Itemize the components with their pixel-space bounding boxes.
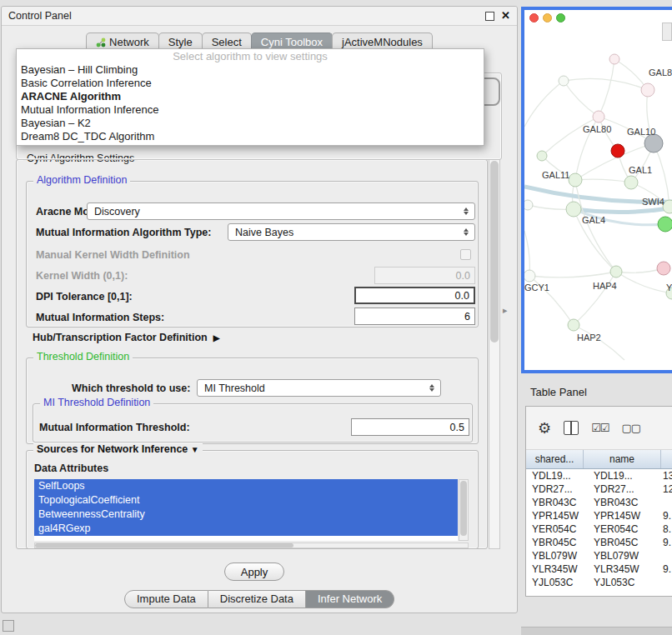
network-node-gal8[interactable] — [641, 83, 654, 97]
minimize-window-icon[interactable] — [543, 13, 552, 22]
node-label: GAL80 — [583, 124, 611, 134]
table-cell: YLR345W — [526, 562, 584, 576]
attributes-hscrollbar[interactable] — [34, 542, 469, 548]
attribute-item[interactable]: TopologicalCoefficient — [34, 493, 458, 508]
column-header-shared[interactable]: shared... — [526, 450, 584, 468]
network-node[interactable] — [657, 262, 670, 275]
settings-scrollbar[interactable] — [489, 159, 500, 549]
table-cell: YBL079W — [584, 549, 661, 562]
tab-label: Style — [168, 36, 193, 48]
network-node-gal11[interactable] — [569, 173, 582, 187]
columns-icon[interactable] — [564, 421, 579, 435]
network-edge — [574, 325, 624, 360]
table-row[interactable]: YPR145WYPR145W9. — [526, 509, 672, 522]
table-cell: 9. — [661, 536, 672, 549]
algorithm-option[interactable]: Dream8 DC_TDC Algorithm — [17, 130, 484, 143]
deselect-all-icon[interactable]: ▢▢ — [621, 422, 640, 433]
collapse-down-icon: ▼ — [191, 445, 199, 454]
table-row[interactable]: YBR045CYBR045C9. — [526, 536, 672, 549]
table-row[interactable]: YBR043CYBR043C — [526, 496, 672, 509]
mi-algorithm-type-label: Mutual Information Algorithm Type: — [36, 224, 211, 241]
combo-arrows-icon — [460, 205, 472, 218]
network-node[interactable] — [537, 151, 547, 161]
table-row[interactable]: YLR345WYLR345W9. — [526, 562, 672, 576]
hub-section-toggle[interactable]: Hub/Transcription Factor Definition ▶ — [33, 332, 219, 343]
gear-icon[interactable]: ⚙ — [538, 421, 551, 436]
network-node[interactable] — [611, 144, 624, 158]
mi-steps-field[interactable] — [354, 308, 475, 325]
bottom-tab-infer-network[interactable]: Infer Network — [306, 590, 394, 608]
attribute-item[interactable]: SelfLoops — [34, 479, 458, 493]
algorithm-option[interactable]: Bayesian – K2 — [17, 117, 484, 130]
which-threshold-select[interactable]: MI Threshold — [197, 379, 441, 397]
kernel-width-label: Kernel Width (0,1): — [36, 268, 128, 284]
table-panel-title: Table Panel — [530, 386, 587, 398]
network-node-gal10[interactable] — [644, 134, 663, 152]
node-label: GAL11 — [542, 170, 569, 180]
network-node[interactable] — [609, 54, 619, 64]
table-row[interactable]: YBL079WYBL079W — [526, 549, 672, 562]
algorithm-option[interactable]: Mutual Information Inference — [17, 103, 484, 117]
network-node-gal4[interactable] — [566, 202, 581, 217]
network-edge — [529, 272, 616, 278]
network-edge — [524, 231, 529, 276]
manual-kernel-checkbox[interactable] — [460, 249, 471, 260]
network-node[interactable] — [658, 217, 672, 232]
table-row[interactable]: YDL19...YDL19...13 — [526, 469, 672, 482]
table-row[interactable]: YDR27...YDR27...12 — [526, 482, 672, 496]
apply-button[interactable]: Apply — [224, 562, 284, 581]
table-row[interactable]: YJL053CYJL053C — [526, 576, 672, 589]
close-window-icon[interactable] — [529, 13, 539, 22]
network-edge — [524, 81, 564, 127]
mi-threshold-label: Mutual Information Threshold: — [39, 419, 190, 436]
mi-threshold-field[interactable] — [351, 418, 469, 436]
select-all-icon[interactable]: ☑☑ — [591, 422, 609, 433]
dpi-tolerance-label: DPI Tolerance [0,1]: — [36, 288, 133, 305]
network-node[interactable] — [524, 200, 533, 210]
column-header-extra[interactable] — [661, 450, 672, 468]
screen: Control Panel ✕ NetworkStyleSelectCyni T… — [0, 0, 672, 635]
algorithm-definition-group: Algorithm Definition Aracne Mode: Discov… — [26, 181, 479, 328]
data-attributes-list[interactable]: SelfLoopsTopologicalCoefficientBetweenne… — [34, 479, 458, 541]
node-label: GAL8 — [649, 68, 672, 78]
network-node-hap2[interactable] — [568, 319, 579, 331]
network-svg[interactable]: GAL8GAL80GAL10GAL11GAL1SWI4GAL4HAP4GCY1H… — [524, 10, 672, 370]
bottom-tab-discretize-data[interactable]: Discretize Data — [208, 590, 306, 608]
sources-group-title[interactable]: Sources for Network Inference ▼ — [33, 443, 203, 455]
combo-arrows-icon — [460, 226, 472, 238]
hub-section-label: Hub/Transcription Factor Definition — [33, 332, 208, 343]
algorithm-option[interactable]: ARACNE Algorithm — [17, 90, 484, 103]
network-node-gcy1[interactable] — [524, 270, 535, 282]
kernel-width-field[interactable] — [374, 267, 475, 284]
bottom-strip — [521, 627, 672, 635]
attributes-vscrollbar[interactable] — [459, 479, 469, 541]
table-cell: YDL19... — [584, 469, 661, 482]
network-node-gal1[interactable] — [624, 176, 638, 189]
zoom-window-icon[interactable] — [556, 13, 565, 22]
dpi-tolerance-field[interactable] — [354, 287, 475, 304]
attribute-item[interactable]: BetweennessCentrality — [34, 508, 458, 522]
network-scrollbar[interactable] — [662, 22, 672, 41]
table-cell: YDR27... — [584, 482, 661, 496]
table-cell: YBR043C — [526, 496, 584, 509]
table-cell: YER054C — [526, 522, 584, 536]
docked-panel-icon[interactable] — [3, 620, 14, 632]
algorithm-option[interactable]: Bayesian – Hill Climbing — [17, 63, 484, 77]
which-threshold-label: Which threshold to use: — [72, 380, 190, 397]
network-node-hap4[interactable] — [610, 266, 622, 278]
float-window-icon[interactable] — [485, 12, 494, 21]
splitter-arrow-icon[interactable]: ▸ — [503, 305, 508, 316]
column-header-name[interactable]: name — [584, 450, 661, 468]
table-row[interactable]: YER054CYER054C8. — [526, 522, 672, 536]
aracne-mode-value: Discovery — [88, 206, 460, 218]
aracne-mode-select[interactable]: Discovery — [87, 202, 475, 220]
algorithm-definition-title: Algorithm Definition — [33, 174, 130, 186]
close-icon[interactable]: ✕ — [501, 11, 510, 21]
attribute-item[interactable]: gal4RGexp — [34, 522, 458, 536]
table-panel-window: ⚙ ☑☑ ▢▢ shared... name YDL19...YDL19...1… — [525, 406, 672, 597]
network-node[interactable] — [559, 76, 569, 86]
network-node-gal80[interactable] — [593, 111, 604, 122]
bottom-tab-impute-data[interactable]: Impute Data — [124, 590, 208, 608]
algorithm-option[interactable]: Basic Correlation Inference — [17, 77, 484, 90]
mi-algorithm-type-select[interactable]: Naive Bayes — [228, 223, 475, 241]
